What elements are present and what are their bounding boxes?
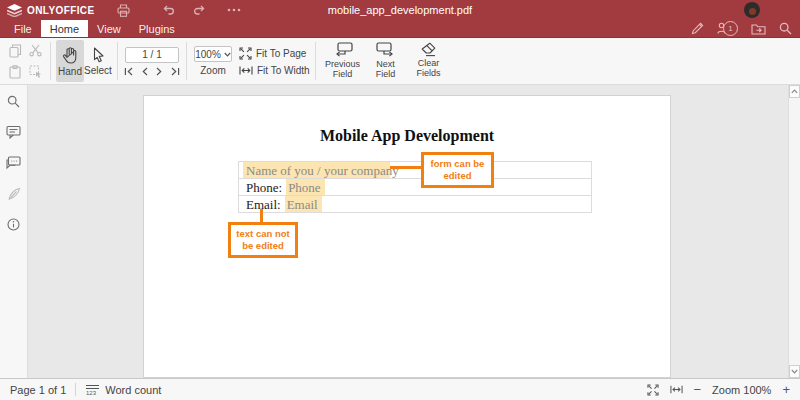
callout-text-not-editable: text can not be edited	[228, 222, 298, 258]
scroll-down-icon[interactable]	[789, 365, 800, 378]
undo-icon[interactable]	[163, 5, 175, 15]
first-page-icon[interactable]	[124, 67, 134, 76]
previous-field-label: Previous Field	[323, 60, 363, 80]
print-icon[interactable]	[117, 4, 130, 17]
next-field-icon	[376, 42, 396, 58]
collaborators-count-badge: 1	[723, 21, 738, 36]
last-page-icon[interactable]	[170, 67, 180, 76]
tab-view[interactable]: View	[88, 20, 130, 37]
next-field-button[interactable]: Next Field	[366, 42, 406, 80]
zoom-out-button[interactable]: −	[694, 383, 702, 396]
next-field-label: Next Field	[366, 60, 406, 80]
collaborators-icon[interactable]: 1	[717, 21, 738, 36]
pdf-page[interactable]: Mobile App Development Name of you / you…	[143, 95, 671, 378]
status-zoom-level: Zoom 100%	[712, 384, 771, 396]
page-info: Page 1 of 1	[10, 384, 66, 396]
select-tool-button[interactable]: Select	[84, 40, 112, 82]
phone-form-field[interactable]: Phone	[286, 179, 325, 195]
cut-icon[interactable]	[25, 40, 45, 61]
status-bar: Page 1 of 1 123 Word count − Zoom 100% +	[0, 378, 800, 400]
page-number-input[interactable]	[125, 47, 179, 63]
zoom-in-button[interactable]: +	[782, 383, 790, 396]
copy-icon[interactable]	[5, 40, 25, 61]
hand-tool-label: Hand	[58, 66, 82, 77]
vertical-scrollbar[interactable]	[788, 85, 800, 378]
tab-plugins[interactable]: Plugins	[130, 20, 184, 37]
select-tool-label: Select	[84, 65, 112, 76]
clear-fields-label: Clear Fields	[409, 59, 449, 79]
app-logo: ONLYOFFICE	[7, 4, 95, 17]
chat-panel-icon[interactable]	[6, 156, 21, 170]
hand-tool-button[interactable]: Hand	[56, 40, 84, 82]
onlyoffice-logo-icon	[7, 4, 22, 17]
comments-panel-icon[interactable]	[6, 125, 21, 139]
more-options-icon[interactable]	[227, 8, 241, 12]
app-name: ONLYOFFICE	[27, 5, 95, 16]
edit-mode-icon[interactable]	[691, 22, 704, 35]
paste-icon[interactable]	[5, 61, 25, 82]
about-info-icon[interactable]	[7, 218, 20, 231]
form-row-email: Email: Email	[239, 196, 591, 212]
word-count-button[interactable]: 123 Word count	[85, 384, 161, 396]
fit-to-page-button[interactable]: Fit To Page	[239, 47, 310, 60]
name-form-field[interactable]: Name of you / your company	[243, 162, 390, 178]
form-row-phone: Phone: Phone	[239, 179, 591, 196]
status-fit-to-width-icon[interactable]	[670, 385, 683, 394]
previous-page-icon[interactable]	[141, 67, 149, 76]
fit-to-page-label: Fit To Page	[256, 48, 306, 59]
pdf-heading: Mobile App Development	[144, 127, 670, 145]
previous-field-button[interactable]: Previous Field	[323, 42, 363, 80]
search-icon[interactable]	[779, 22, 792, 35]
fit-to-width-icon	[239, 66, 253, 75]
select-all-icon[interactable]	[25, 61, 45, 82]
redo-icon[interactable]	[193, 5, 205, 15]
tab-file[interactable]: File	[5, 20, 41, 37]
chevron-down-icon	[224, 52, 231, 57]
email-form-field[interactable]: Email	[285, 196, 322, 212]
previous-field-icon	[333, 42, 353, 58]
phone-static-label: Phone:	[239, 180, 282, 195]
scroll-up-icon[interactable]	[789, 85, 800, 98]
open-file-location-icon[interactable]	[751, 23, 766, 35]
cursor-icon	[92, 47, 104, 63]
fit-to-page-icon	[239, 47, 252, 60]
word-count-label: Word count	[105, 384, 161, 396]
form-row-name: Name of you / your company	[239, 162, 591, 179]
title-bar: ONLYOFFICE mobile_app_development.pdf	[0, 0, 800, 20]
user-avatar[interactable]	[744, 2, 760, 18]
next-page-icon[interactable]	[155, 67, 163, 76]
fit-to-width-button[interactable]: Fit To Width	[239, 65, 310, 76]
menu-tab-bar: File Home View Plugins 1	[0, 20, 800, 38]
hand-icon	[62, 46, 79, 64]
status-fit-to-page-icon[interactable]	[647, 384, 659, 396]
feedback-feather-icon[interactable]	[7, 187, 21, 201]
word-count-icon: 123	[85, 384, 100, 396]
fit-to-width-label: Fit To Width	[257, 65, 310, 76]
zoom-value: 100%	[195, 49, 221, 60]
main-area: Mobile App Development Name of you / you…	[0, 85, 800, 378]
tab-home[interactable]: Home	[41, 20, 88, 37]
document-canvas[interactable]: Mobile App Development Name of you / you…	[28, 85, 788, 378]
callout-connector-vertical	[260, 209, 263, 222]
svg-text:123: 123	[86, 390, 97, 396]
zoom-dropdown[interactable]: 100%	[194, 46, 232, 62]
search-panel-icon[interactable]	[7, 95, 20, 108]
callout-form-editable: form can be edited	[421, 152, 494, 188]
zoom-group-label: Zoom	[200, 65, 226, 76]
home-toolbar: Hand Select 100%	[0, 38, 800, 85]
left-sidebar	[0, 85, 28, 378]
clear-fields-icon	[421, 42, 436, 57]
clear-fields-button[interactable]: Clear Fields	[409, 42, 449, 80]
callout-connector-horizontal	[390, 166, 421, 169]
